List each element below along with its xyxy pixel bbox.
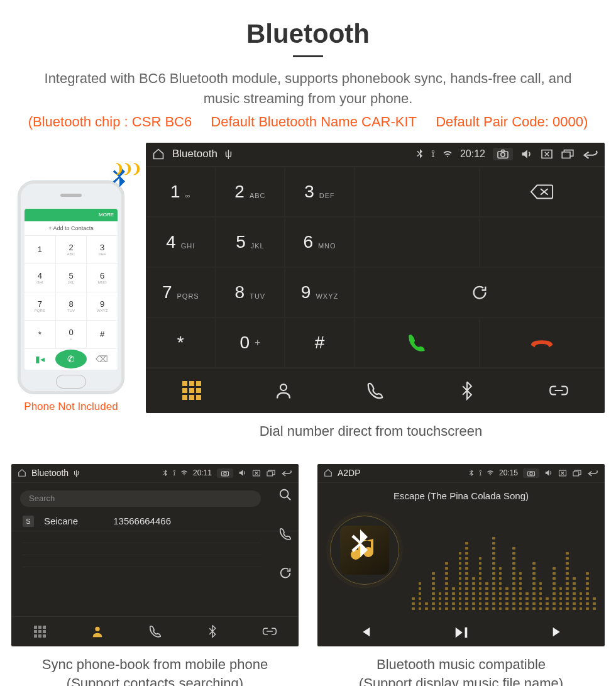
camera-icon[interactable] xyxy=(493,148,513,160)
status-title: A2DP xyxy=(338,468,361,478)
wifi-icon xyxy=(443,150,453,158)
delete-button[interactable] xyxy=(480,167,605,217)
volume-icon[interactable] xyxy=(238,469,247,477)
dial-key-2[interactable]: 2ABC xyxy=(216,167,285,217)
dial-key-7[interactable]: 7PQRS xyxy=(146,267,216,318)
close-icon[interactable] xyxy=(558,470,567,477)
gps-icon: ⟟ xyxy=(479,468,481,477)
back-icon[interactable] xyxy=(281,469,292,477)
phone-key[interactable]: # xyxy=(87,321,118,348)
volume-icon[interactable] xyxy=(544,469,553,477)
status-bar: Bluetooth ψ ⟟ 20:12 xyxy=(146,143,605,167)
tab-contacts[interactable] xyxy=(238,368,329,413)
clock-text: 20:15 xyxy=(499,468,518,477)
search-icon[interactable] xyxy=(278,488,292,502)
dial-key-8[interactable]: 8TUV xyxy=(216,267,285,318)
recent-apps-icon[interactable] xyxy=(572,470,582,477)
tab-recent-calls[interactable] xyxy=(126,617,184,646)
phone-key[interactable]: * xyxy=(25,321,55,348)
dial-key-#[interactable]: # xyxy=(285,318,355,368)
tab-bluetooth[interactable] xyxy=(184,617,241,646)
equalizer xyxy=(412,541,596,610)
call-icon[interactable] xyxy=(278,527,292,541)
phone-video-button[interactable]: ▮◂ xyxy=(25,349,55,370)
phone-add-contact[interactable]: + Add to Contacts xyxy=(25,221,118,236)
hangup-button[interactable] xyxy=(480,318,605,368)
redial-button[interactable] xyxy=(355,267,605,318)
contacts-tabs xyxy=(11,616,299,646)
phone-topbar: MORE xyxy=(25,209,118,221)
phone-key[interactable]: 2ABC xyxy=(56,236,87,263)
call-button[interactable] xyxy=(355,318,480,368)
dialer-caption: Dial number direct from touchscreen xyxy=(137,422,605,441)
usb-icon: ψ xyxy=(74,468,79,477)
phone-key[interactable]: 8TUV xyxy=(56,292,87,320)
refresh-icon[interactable] xyxy=(278,566,292,580)
close-icon[interactable] xyxy=(252,470,261,477)
signal-waves-icon: ❩❩❩ xyxy=(114,161,140,176)
dial-key-0[interactable]: 0+ xyxy=(216,318,285,368)
prev-button[interactable] xyxy=(358,625,372,640)
play-pause-button[interactable] xyxy=(453,625,470,640)
gps-icon: ⟟ xyxy=(173,468,175,477)
spec-name: Default Bluetooth Name CAR-KIT xyxy=(211,114,417,130)
dial-key-4[interactable]: 4GHI xyxy=(146,217,216,267)
contacts-status-bar: Bluetooth ψ ⟟ 20:11 xyxy=(11,464,299,483)
contacts-panel: Bluetooth ψ ⟟ 20:11 Search S Seicane 135… xyxy=(11,464,299,646)
dial-key-3[interactable]: 3DEF xyxy=(285,167,355,217)
music-panel: A2DP ⟟ 20:15 Escape (The Pina Colada Son… xyxy=(317,464,605,646)
tab-keypad[interactable] xyxy=(146,368,238,413)
svg-point-12 xyxy=(530,472,532,474)
tab-link[interactable] xyxy=(513,368,605,413)
dial-key-6[interactable]: 6MNO xyxy=(285,217,355,267)
bt-status-icon xyxy=(416,149,424,159)
dial-key-1[interactable]: 1∞ xyxy=(146,167,216,217)
contact-name: Seicane xyxy=(44,516,78,526)
dial-key-9[interactable]: 9WXYZ xyxy=(285,267,355,318)
tab-bluetooth[interactable] xyxy=(421,368,513,413)
spec-code: Default Pair Code: 0000) xyxy=(436,114,588,130)
phone-key[interactable]: 5JKL xyxy=(56,264,87,292)
phone-key[interactable]: 3DEF xyxy=(87,236,118,263)
usb-icon: ψ xyxy=(225,148,232,160)
back-icon[interactable] xyxy=(587,469,598,477)
album-art xyxy=(330,516,399,585)
camera-icon[interactable] xyxy=(217,468,233,478)
spec-chip: (Bluetooth chip : CSR BC6 xyxy=(28,114,192,130)
close-icon[interactable] xyxy=(541,149,553,159)
recent-apps-icon[interactable] xyxy=(561,149,575,159)
phone-key[interactable]: 9WXYZ xyxy=(87,292,118,320)
bluetooth-icon: ❩❩❩ xyxy=(110,166,129,189)
svg-point-6 xyxy=(224,472,226,474)
volume-icon[interactable] xyxy=(520,148,533,160)
phone-delete-button[interactable]: ⌫ xyxy=(87,349,118,370)
phone-key[interactable]: 0+ xyxy=(56,321,87,348)
home-icon[interactable] xyxy=(18,468,26,477)
wifi-icon xyxy=(180,470,188,476)
phone-key[interactable]: 6MNO xyxy=(87,264,118,292)
tab-keypad[interactable] xyxy=(11,617,69,646)
page-subtitle: Integrated with BC6 Bluetooth module, su… xyxy=(11,69,605,109)
recent-apps-icon[interactable] xyxy=(266,470,276,477)
phone-key[interactable]: 1 xyxy=(25,236,55,263)
dial-key-5[interactable]: 5JKL xyxy=(216,217,285,267)
tab-link[interactable] xyxy=(241,617,299,646)
wifi-icon xyxy=(487,470,494,476)
dial-key-*[interactable]: * xyxy=(146,318,216,368)
home-icon[interactable] xyxy=(152,148,165,160)
spec-line: (Bluetooth chip : CSR BC6 Default Blueto… xyxy=(11,114,605,130)
phone-key[interactable]: 4GHI xyxy=(25,264,55,292)
phone-call-button[interactable]: ✆ xyxy=(55,349,86,370)
home-icon[interactable] xyxy=(324,468,333,477)
phone-screen: MORE + Add to Contacts 12ABC3DEF4GHI5JKL… xyxy=(25,209,118,370)
contact-row[interactable]: S Seicane 13566664466 xyxy=(11,512,299,531)
next-button[interactable] xyxy=(551,625,564,640)
camera-icon[interactable] xyxy=(523,468,539,478)
search-input[interactable]: Search xyxy=(20,490,261,507)
status-title: Bluetooth xyxy=(172,148,217,160)
phone-key[interactable]: 7PQRS xyxy=(25,292,55,320)
tab-recent-calls[interactable] xyxy=(329,368,421,413)
tab-contacts[interactable] xyxy=(69,617,126,646)
clock-text: 20:12 xyxy=(460,148,485,160)
back-icon[interactable] xyxy=(582,148,598,160)
